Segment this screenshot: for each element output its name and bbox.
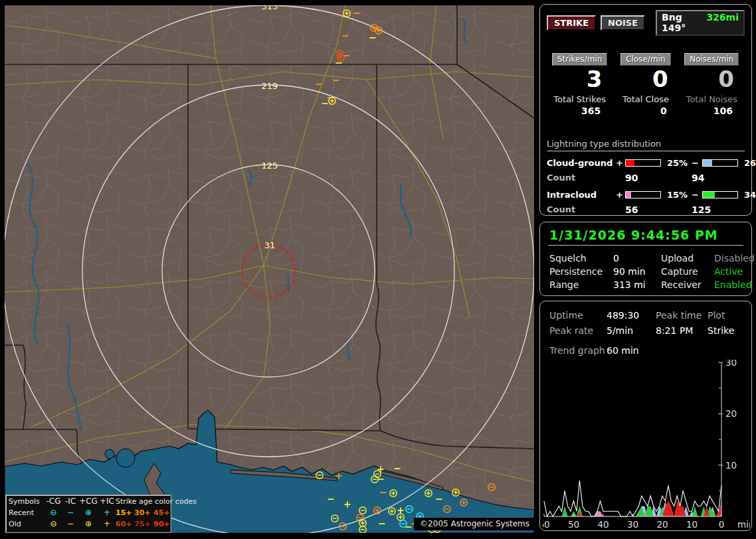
trend-graph-label: Trend graph (549, 343, 607, 358)
cg-pos-bar (625, 159, 661, 167)
trend-y-tick-label: 10 (725, 460, 737, 471)
plus-sign: + (616, 190, 625, 200)
range-ring-label: 125 (262, 161, 278, 171)
status-panel: STRIKE NOISE Bng 149° 326mi Strikes/min … (539, 0, 753, 531)
trend-window-value: 60 min (607, 343, 656, 358)
minus-sign: − (692, 190, 702, 200)
trend-y-tick-label: 30 (725, 360, 737, 368)
plot-value: Strike (708, 323, 751, 339)
legend-col-ic-pos: +IC (98, 496, 116, 507)
trend-x-tick-label: 20 (656, 519, 668, 530)
trend-x-tick-label: 30 (627, 519, 638, 530)
strikes-per-min-button[interactable]: Strikes/min (552, 53, 607, 66)
ic-neg-recent-icon: − (62, 507, 78, 518)
cg-neg-count: 94 (692, 173, 745, 183)
age-60: 60+ (116, 518, 134, 530)
strike-button[interactable]: STRIKE (547, 15, 596, 31)
cg-pos-count: 90 (625, 173, 692, 183)
count-label: Count (547, 173, 616, 183)
plus-sign: + (616, 158, 625, 168)
capture-status: Active (714, 265, 755, 278)
trend-x-tick-label: 60 (543, 519, 550, 530)
ic-neg-count: 125 (692, 204, 745, 215)
cg-neg-bar (702, 159, 738, 167)
strikes-per-min-value: 3 (547, 66, 613, 92)
cg-neg-old-icon: ⊖ (45, 518, 62, 530)
system-status-box: 1/31/2026 9:44:56 PM Squelch 0 Upload Di… (539, 222, 752, 296)
noise-button[interactable]: NOISE (601, 15, 645, 31)
plot-label: Plot (708, 308, 751, 323)
bearing-display: Bng 149° 326mi (656, 10, 745, 36)
trend-x-tick-label: 50 (568, 519, 579, 530)
datetime-display: 1/31/2026 9:44:56 PM (548, 226, 743, 246)
total-strikes-value: 365 (547, 106, 613, 116)
total-close-label: Total Close (622, 94, 669, 104)
range-ring-label: 313 (262, 5, 278, 11)
legend-col-ic-neg: -IC (62, 496, 78, 507)
age-15: 15+ (116, 507, 134, 518)
peak-time-value: 8:21 PM (656, 323, 708, 339)
ic-pos-count: 56 (625, 204, 692, 215)
app-window: 31321912531 Symbols -CG -IC +CG +IC Stri… (0, 0, 756, 539)
receiver-label: Receiver (661, 278, 714, 291)
ic-neg-old-icon: − (62, 518, 78, 530)
trend-x-tick-label: 10 (686, 519, 698, 530)
cloud-ground-row: Cloud-ground + 25% − 26% (547, 158, 745, 168)
cg-pos-pct: 25% (664, 158, 692, 168)
total-strikes-label: Total Strikes (553, 94, 606, 104)
minus-sign: − (692, 158, 702, 168)
ic-pos-bar (625, 191, 661, 198)
upload-status: Disabled (714, 252, 755, 265)
cg-neg-pct: 26% (741, 158, 756, 168)
count-label: Count (547, 204, 616, 215)
distribution-title: Lightning type distribution (547, 139, 745, 151)
noises-per-min-button[interactable]: Noises/min (684, 53, 739, 66)
total-close-value: 0 (613, 106, 678, 116)
legend-symbols-label: Symbols (9, 496, 45, 507)
bearing-label: Bng 149° (662, 12, 706, 33)
range-label: Range (549, 278, 613, 291)
age-75: 75+ (134, 518, 153, 530)
total-noises-label: Total Noises (686, 94, 737, 104)
symbol-legend: Symbols -CG -IC +CG +IC Strike age color… (5, 495, 171, 533)
trend-box: Uptime 489:30 Peak time Plot Peak rate 5… (539, 301, 752, 531)
uptime-value: 489:30 (607, 308, 656, 323)
receiver-status: Enabled (714, 278, 755, 291)
trend-y-tick-label: 20 (725, 408, 737, 419)
cg-pos-recent-icon: ⊕ (78, 507, 98, 518)
squelch-value: 0 (613, 252, 661, 265)
persistence-value: 90 min (613, 265, 661, 278)
intracloud-count-row: Count 56 125 (547, 204, 745, 215)
cloud-ground-label: Cloud-ground (547, 158, 616, 168)
age-30: 30+ (134, 507, 153, 518)
noises-per-min-value: 0 (679, 66, 745, 92)
range-value: 313 mi (613, 278, 661, 291)
cg-pos-old-icon: ⊕ (78, 518, 98, 530)
lightning-map: 31321912531 Symbols -CG -IC +CG +IC Stri… (5, 5, 534, 533)
strike-stats-box: STRIKE NOISE Bng 149° 326mi Strikes/min … (539, 4, 752, 216)
cg-neg-recent-icon: ⊖ (45, 507, 62, 518)
legend-col-cg-neg: -CG (45, 496, 62, 507)
uptime-label: Uptime (549, 308, 607, 323)
trend-chart: 6050403020100min102030 (543, 360, 750, 530)
legend-age-title: Strike age color codes (116, 496, 173, 507)
legend-recent-label: Recent (9, 507, 45, 518)
intracloud-row: Intracloud + 15% − 34% (547, 190, 745, 200)
close-per-min-value: 0 (613, 66, 678, 92)
total-noises-value: 106 (679, 106, 745, 116)
cloud-ground-count-row: Count 90 94 (547, 173, 745, 183)
copyright-text: ©2005 Astrogenic Systems (414, 518, 534, 530)
trend-x-tick-label: 0 (719, 519, 725, 530)
ic-pos-old-icon: + (98, 518, 116, 530)
trend-x-tick-label: 40 (597, 519, 609, 530)
legend-old-label: Old (9, 518, 45, 530)
persistence-label: Persistence (549, 265, 613, 278)
map-canvas: 31321912531 (5, 5, 534, 533)
ic-pos-pct: 15% (664, 190, 692, 200)
close-per-min-button[interactable]: Close/min (620, 53, 670, 66)
range-ring-label: 31 (264, 240, 276, 250)
age-45: 45+ (153, 507, 173, 518)
bearing-distance: 326mi (706, 12, 739, 33)
peak-rate-label: Peak rate (549, 323, 607, 339)
squelch-label: Squelch (549, 252, 613, 265)
